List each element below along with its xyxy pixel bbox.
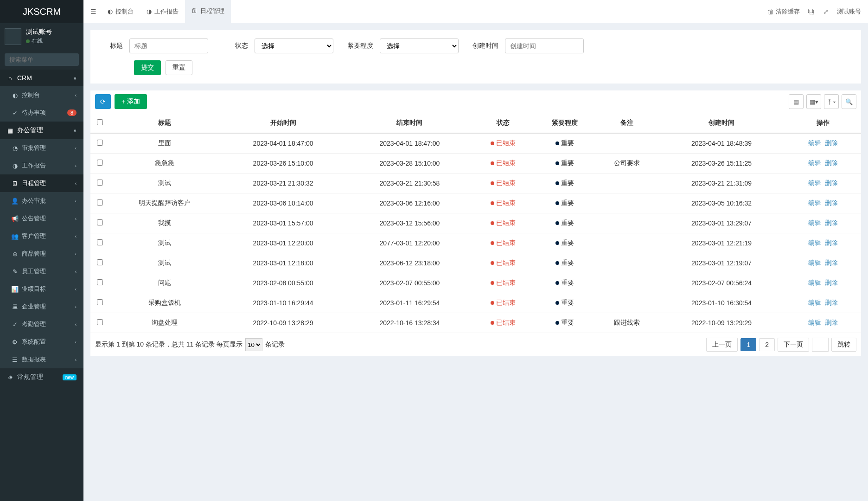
toggle-pagination-icon[interactable]: ▤ — [789, 94, 804, 109]
row-checkbox[interactable] — [97, 259, 103, 265]
sidebar-item[interactable]: ◐控制台‹ — [0, 86, 83, 104]
delete-link[interactable]: 删除 — [825, 159, 838, 167]
filter-panel: 标题 状态 选择 紧要程度 选择 创建时间 — [90, 30, 861, 84]
refresh-button[interactable]: ⟳ — [95, 94, 111, 109]
delete-link[interactable]: 删除 — [825, 199, 838, 206]
pager-page-2[interactable]: 2 — [759, 338, 775, 351]
table-row: 明天提醒拜访客户 2023-03-06 10:14:00 2023-03-06 … — [90, 193, 861, 213]
sidebar-item-crm[interactable]: ⌂ CRM ∨ — [0, 70, 83, 86]
clear-cache-button[interactable]: 🗑清除缓存 — [767, 7, 800, 16]
edit-link[interactable]: 编辑 — [808, 219, 821, 226]
filter-title-input[interactable] — [129, 39, 208, 53]
row-checkbox[interactable] — [97, 239, 103, 245]
table-search-icon[interactable]: 🔍 — [842, 94, 856, 109]
delete-link[interactable]: 删除 — [825, 319, 838, 326]
cell-title: 测试 — [109, 173, 220, 193]
edit-link[interactable]: 编辑 — [808, 179, 821, 186]
sidebar-item[interactable]: ☰数据报表‹ — [0, 351, 83, 368]
topbar-tab[interactable]: ◐控制台 — [101, 0, 140, 23]
columns-icon[interactable]: ▦▾ — [806, 94, 821, 109]
table-header[interactable]: 操作 — [785, 113, 861, 134]
pager-jump-input[interactable] — [812, 338, 829, 352]
table-header[interactable]: 创建时间 — [658, 113, 785, 134]
sidebar-item[interactable]: ⚙系统配置‹ — [0, 333, 83, 351]
filter-status-select[interactable]: 选择 — [255, 39, 333, 53]
filter-created-input[interactable] — [505, 39, 584, 53]
delete-link[interactable]: 删除 — [825, 219, 838, 226]
pager-next[interactable]: 下一页 — [778, 338, 809, 352]
pager-jump-button[interactable]: 跳转 — [831, 338, 856, 352]
table-header[interactable]: 开始时间 — [220, 113, 346, 134]
edit-link[interactable]: 编辑 — [808, 259, 821, 266]
sidebar-item[interactable]: ⊕商品管理‹ — [0, 245, 83, 263]
page-size-select[interactable]: 10 — [245, 338, 262, 351]
menu-toggle-icon[interactable]: ☰ — [90, 8, 101, 15]
edit-link[interactable]: 编辑 — [808, 319, 821, 326]
add-button[interactable]: +添加 — [115, 94, 147, 109]
fullscreen-icon[interactable]: ⤢ — [823, 8, 829, 15]
select-all-checkbox[interactable] — [97, 119, 103, 125]
cell-actions: 编辑删除 — [785, 213, 861, 233]
export-icon[interactable]: ⭱▾ — [824, 94, 839, 109]
menu-icon: ✓ — [12, 109, 18, 116]
row-checkbox[interactable] — [97, 219, 103, 225]
sidebar-item[interactable]: 👤办公审批‹ — [0, 192, 83, 210]
cell-actions: 编辑删除 — [785, 193, 861, 213]
sidebar-item-general[interactable]: ⛯ 常规管理 new — [0, 368, 83, 386]
table-row: 里面 2023-04-01 18:47:00 2023-04-01 18:47:… — [90, 133, 861, 154]
sidebar-item[interactable]: 🏛企业管理‹ — [0, 298, 83, 315]
delete-link[interactable]: 删除 — [825, 239, 838, 246]
sidebar-item-office[interactable]: ▦ 办公管理 ∨ — [0, 122, 83, 139]
menu-search-input[interactable] — [5, 53, 92, 66]
sidebar-item[interactable]: ◑工作报告‹ — [0, 157, 83, 174]
row-checkbox[interactable] — [97, 299, 103, 305]
sidebar-item[interactable]: 📢公告管理‹ — [0, 210, 83, 227]
row-checkbox[interactable] — [97, 140, 103, 146]
row-checkbox[interactable] — [97, 279, 103, 285]
pager-prev[interactable]: 上一页 — [706, 338, 738, 352]
edit-link[interactable]: 编辑 — [808, 139, 821, 147]
sidebar-item[interactable]: ✓考勤管理‹ — [0, 315, 83, 333]
cell-created: 2023-03-01 12:19:07 — [658, 253, 785, 273]
row-checkbox[interactable] — [97, 160, 103, 166]
reset-button[interactable]: 重置 — [166, 60, 192, 75]
cell-end: 2023-01-11 16:29:54 — [346, 293, 473, 313]
topbar-tab[interactable]: 🗓日程管理 — [185, 0, 231, 23]
sidebar-item[interactable]: ✓待办事项8 — [0, 104, 83, 122]
cell-title: 询盘处理 — [109, 313, 220, 333]
submit-button[interactable]: 提交 — [134, 60, 161, 75]
delete-link[interactable]: 删除 — [825, 179, 838, 186]
sidebar-item[interactable]: 🗓日程管理‹ — [0, 174, 83, 192]
copy-icon[interactable]: ⿻ — [808, 8, 815, 15]
pager-page-1[interactable]: 1 — [740, 338, 756, 351]
topbar-tab[interactable]: ◑工作报告 — [140, 0, 185, 23]
table-header[interactable]: 结束时间 — [346, 113, 473, 134]
filter-priority-select[interactable]: 选择 — [380, 39, 459, 53]
sidebar-item[interactable]: ◔审批管理‹ — [0, 139, 83, 157]
delete-link[interactable]: 删除 — [825, 279, 838, 286]
edit-link[interactable]: 编辑 — [808, 239, 821, 246]
delete-link[interactable]: 删除 — [825, 299, 838, 306]
delete-link[interactable]: 删除 — [825, 259, 838, 266]
table-header[interactable]: 备注 — [596, 113, 658, 134]
sidebar-item[interactable]: ✎员工管理‹ — [0, 263, 83, 280]
edit-link[interactable]: 编辑 — [808, 279, 821, 286]
table-header[interactable]: 状态 — [473, 113, 534, 134]
delete-link[interactable]: 删除 — [825, 139, 838, 147]
table-header[interactable]: 标题 — [109, 113, 220, 134]
priority-dot-icon — [555, 161, 559, 165]
row-checkbox[interactable] — [97, 199, 103, 206]
row-checkbox[interactable] — [97, 180, 103, 186]
sidebar-item[interactable]: 👥客户管理‹ — [0, 227, 83, 245]
chevron-left-icon: ‹ — [75, 146, 77, 151]
sidebar-item[interactable]: 📊业绩目标‹ — [0, 280, 83, 298]
cell-title: 采购盒饭机 — [109, 293, 220, 313]
table-header[interactable]: 紧要程度 — [534, 113, 596, 134]
edit-link[interactable]: 编辑 — [808, 159, 821, 167]
account-menu[interactable]: 测试账号 — [837, 7, 861, 16]
cell-start: 2023-03-01 12:18:00 — [220, 253, 346, 273]
cell-note — [596, 293, 658, 313]
edit-link[interactable]: 编辑 — [808, 299, 821, 306]
row-checkbox[interactable] — [97, 319, 103, 325]
edit-link[interactable]: 编辑 — [808, 199, 821, 206]
